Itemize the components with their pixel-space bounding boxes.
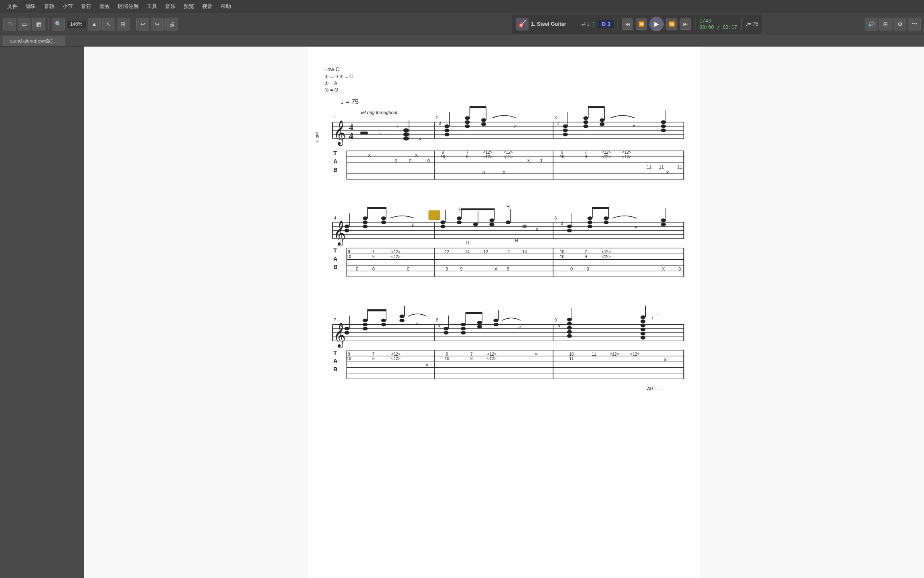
menu-preview[interactable]: 预览 <box>180 2 198 11</box>
grid-view-btn[interactable]: ⊞ <box>879 18 892 31</box>
svg-point-250 <box>494 323 498 326</box>
svg-point-157 <box>604 216 609 220</box>
svg-text:9: 9 <box>348 352 350 356</box>
cursor-tool-btn[interactable]: ↖ <box>102 18 115 31</box>
svg-text:<12>: <12> <box>487 356 496 361</box>
score-tab[interactable]: stand alone(lowc版) ... <box>3 36 65 46</box>
menu-note[interactable]: 音符 <box>77 2 95 11</box>
redo-btn[interactable]: ↪ <box>151 18 164 31</box>
svg-point-120 <box>344 229 349 232</box>
loop-icon[interactable]: ⇄ <box>582 21 586 27</box>
svg-text:0: 0 <box>482 170 485 175</box>
svg-text:0: 0 <box>372 267 375 271</box>
svg-text:♯: ♯ <box>557 120 560 127</box>
svg-point-142 <box>489 222 494 226</box>
zoom-up-btn[interactable]: ▲ <box>88 18 101 31</box>
svg-text:<12>: <12> <box>487 352 496 356</box>
svg-text:T: T <box>333 247 337 254</box>
more-icon[interactable]: ⋮ <box>591 21 596 27</box>
svg-text:0: 0 <box>356 267 358 271</box>
go-start-btn[interactable]: ⏮ <box>622 18 633 30</box>
svg-text:4: 4 <box>334 216 336 220</box>
svg-point-122 <box>363 216 368 220</box>
svg-text:3: 3 <box>554 115 557 120</box>
svg-text:⑤ = G: ⑤ = G <box>324 87 338 93</box>
wave-btn[interactable]: 〜 <box>908 18 921 31</box>
go-end-btn[interactable]: ⏭ <box>680 18 691 30</box>
undo-btn[interactable]: ↩ <box>136 18 149 31</box>
svg-text:10: 10 <box>560 250 565 254</box>
svg-text:H: H <box>515 238 518 243</box>
svg-text:p: p <box>634 224 637 229</box>
svg-text:9: 9 <box>585 155 587 159</box>
svg-text:♯: ♯ <box>558 323 561 329</box>
svg-text:7: 7 <box>585 250 587 254</box>
svg-text:<12>: <12> <box>622 155 631 159</box>
transport-panel: 🎸 1. Steel Guitar ⇄ ♩ ⋮ D 3 ⏮ ⏪ ▶ ⏩ ⏭ 1/… <box>512 14 762 34</box>
menu-tools[interactable]: 工具 <box>143 2 161 11</box>
menu-track[interactable]: 音轨 <box>40 2 59 11</box>
menu-measure[interactable]: 小节 <box>59 2 77 11</box>
speaker-btn[interactable]: 🔊 <box>865 18 877 31</box>
svg-point-139 <box>473 222 478 226</box>
svg-point-137 <box>457 220 462 224</box>
svg-rect-20 <box>361 132 368 134</box>
menu-edit[interactable]: 编辑 <box>22 2 40 11</box>
select-tool-btn[interactable]: ⊞ <box>117 18 130 31</box>
zoom-btn[interactable]: 🔍 <box>52 18 65 31</box>
svg-text:0: 0 <box>427 159 430 163</box>
menu-music[interactable]: 音乐 <box>161 2 180 11</box>
svg-point-48 <box>584 116 588 120</box>
svg-point-150 <box>567 225 572 228</box>
svg-text:1: 1 <box>334 115 336 120</box>
time-sig-icon[interactable]: ♩ <box>587 21 590 27</box>
menu-region[interactable]: 区域注解 <box>114 2 143 11</box>
svg-point-119 <box>344 225 349 228</box>
svg-text:9: 9 <box>554 317 557 322</box>
svg-text:2: 2 <box>436 115 438 120</box>
svg-text:7: 7 <box>396 124 399 130</box>
menu-help[interactable]: 帮助 <box>217 2 235 11</box>
svg-point-59 <box>661 128 666 132</box>
svg-point-241 <box>461 323 466 326</box>
svg-text:X: X <box>415 153 418 158</box>
svg-point-233 <box>399 315 404 318</box>
svg-text:9: 9 <box>466 155 469 159</box>
rewind-btn[interactable]: ⏪ <box>636 18 647 30</box>
svg-text:10: 10 <box>569 352 574 356</box>
svg-text:𝄞: 𝄞 <box>333 120 346 146</box>
svg-text:X: X <box>368 153 371 158</box>
toolbar: □ ▭ ▦ 🔍 146% ▲ ↖ ⊞ ↩ ↪ 🖨 🎸 1. Steel Guit… <box>0 13 924 35</box>
fast-forward-btn[interactable]: ⏩ <box>666 18 677 30</box>
svg-point-134 <box>440 225 445 228</box>
play-btn[interactable]: ▶ <box>649 17 664 31</box>
instrument-name: 1. Steel Guitar <box>531 21 579 27</box>
menu-effects[interactable]: 音效 <box>95 2 114 11</box>
view-grid-btn[interactable]: ▦ <box>32 18 45 31</box>
svg-text:H: H <box>507 204 510 209</box>
svg-text:<12>: <12> <box>504 155 513 159</box>
svg-point-246 <box>477 325 482 328</box>
svg-point-239 <box>444 331 448 334</box>
svg-text:♯: ♯ <box>651 315 654 321</box>
toolbar-sep-2 <box>133 18 133 30</box>
svg-text:T: T <box>333 350 337 356</box>
menu-file[interactable]: 文件 <box>3 2 22 11</box>
view-double-btn[interactable]: ▭ <box>18 18 30 31</box>
print-btn[interactable]: 🖨 <box>165 18 178 31</box>
svg-point-256 <box>567 326 572 330</box>
svg-point-38 <box>481 118 486 122</box>
svg-text:0: 0 <box>540 158 542 163</box>
svg-text:7: 7 <box>585 150 587 155</box>
svg-text:<12>: <12> <box>602 250 611 254</box>
svg-text:B: B <box>333 167 337 173</box>
svg-text:<12>: <12> <box>610 352 619 356</box>
svg-point-35 <box>465 120 470 124</box>
settings-btn[interactable]: ⚙ <box>894 18 906 31</box>
score-area[interactable]: Low C ① = D ⑥ = C ② = A ⑤ = G ♩ = 75 s. … <box>84 47 924 578</box>
view-single-btn[interactable]: □ <box>3 18 16 31</box>
svg-point-226 <box>363 323 368 326</box>
menu-view[interactable]: 视音 <box>198 2 217 11</box>
svg-text:<12>: <12> <box>391 254 401 259</box>
svg-text:9: 9 <box>372 254 375 259</box>
